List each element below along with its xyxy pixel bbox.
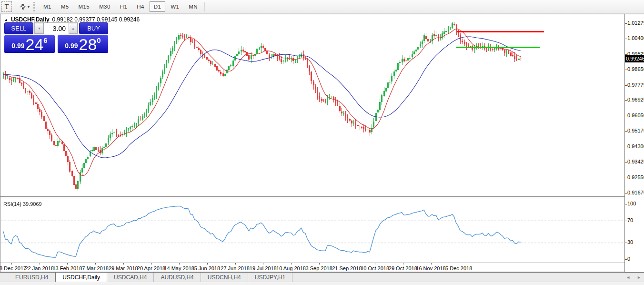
rsi-tick-mark bbox=[625, 204, 627, 204]
date-axis[interactable]: 28 Dec 201722 Jan 201813 Feb 20187 Mar 2… bbox=[0, 263, 624, 272]
lot-increase-button[interactable]: ▲ bbox=[69, 23, 78, 34]
date-tick-mark bbox=[179, 263, 180, 265]
toolbar-separator bbox=[204, 2, 205, 11]
buy-price-tile[interactable]: 0.99 28 0 bbox=[58, 35, 108, 53]
price-tick-mark bbox=[625, 70, 627, 70]
tab-scroll-left-icon[interactable]: ◄ bbox=[626, 275, 630, 280]
price-tick-label: 0.96925 bbox=[627, 97, 644, 102]
price-tick-label: 1.01275 bbox=[627, 20, 644, 26]
tab-eurusd-h4[interactable]: EURUSD,H4 bbox=[9, 273, 55, 282]
double-arrow-icon bbox=[19, 3, 27, 10]
price-tick-mark bbox=[625, 193, 627, 193]
tab-scroll-right-icon[interactable]: ► bbox=[637, 275, 641, 280]
tab-scroll-arrows: ◄ ► bbox=[626, 273, 641, 282]
chart-ohlc-values: 0.99182 0.99377 0.99145 0.99246 bbox=[52, 16, 140, 23]
date-tick-mark bbox=[123, 263, 124, 265]
price-tick-mark bbox=[625, 54, 627, 55]
price-tick-label: 0.94300 bbox=[627, 143, 644, 149]
rsi-scale-label: 0 bbox=[627, 256, 630, 262]
rsi-tick-mark bbox=[625, 243, 627, 243]
toolbar: T ▾ M1M5M15M30H1H4D1W1MN bbox=[0, 0, 644, 14]
price-tick-label: 0.97775 bbox=[627, 82, 644, 88]
price-tick-mark bbox=[625, 116, 627, 116]
text-tool-icon[interactable]: T bbox=[1, 1, 12, 12]
chart-title: ▲ USDCHF,Daily 0.99182 0.99377 0.99145 0… bbox=[4, 16, 140, 23]
rsi-indicator-label: RSI(14) 39.9069 bbox=[3, 201, 42, 207]
price-tick-label: 0.96050 bbox=[627, 112, 644, 118]
timeframe-m1[interactable]: M1 bbox=[39, 1, 56, 12]
price-tick-label: 0.95175 bbox=[627, 128, 644, 133]
date-tick-mark bbox=[207, 263, 208, 265]
rsi-scale-label: 30 bbox=[627, 239, 633, 245]
arrows-tool-icon[interactable]: ▾ bbox=[16, 1, 32, 12]
date-tick-mark bbox=[95, 263, 96, 265]
tab-usdchf-daily[interactable]: USDCHF,Daily bbox=[55, 273, 107, 282]
price-tick-mark bbox=[625, 85, 627, 86]
lot-size-input[interactable] bbox=[44, 23, 69, 34]
date-tick-mark bbox=[67, 263, 68, 265]
toolbar-separator bbox=[14, 2, 14, 11]
date-tick-mark bbox=[431, 263, 432, 265]
current-price-marker: 0.99246 bbox=[625, 55, 644, 62]
rsi-tick-mark bbox=[625, 259, 627, 260]
timeframe-h1[interactable]: H1 bbox=[116, 1, 132, 12]
dropdown-caret-icon: ▾ bbox=[28, 4, 30, 9]
rsi-indicator-canvas[interactable] bbox=[1, 199, 624, 263]
price-tick-mark bbox=[625, 147, 627, 147]
price-tick-mark bbox=[625, 39, 627, 39]
one-click-trading-panel: SELL ▼ ▲ BUY 0.99 24 6 0.99 28 0 bbox=[4, 22, 108, 53]
tab-usdcad-h4[interactable]: USDCAD,H4 bbox=[107, 273, 154, 282]
buy-button[interactable]: BUY bbox=[79, 22, 108, 34]
price-tick-label: 0.98650 bbox=[627, 66, 644, 72]
price-axis[interactable]: 1.012751.004000.995250.986500.977750.969… bbox=[624, 14, 644, 272]
date-tick-mark bbox=[235, 263, 236, 265]
date-tick-mark bbox=[291, 263, 292, 265]
timeframe-m5[interactable]: M5 bbox=[57, 1, 73, 12]
timeframe-m30[interactable]: M30 bbox=[95, 1, 115, 12]
price-tick-mark bbox=[625, 162, 627, 163]
sell-price-main: 24 bbox=[26, 36, 44, 52]
date-tick-mark bbox=[459, 263, 459, 265]
price-tick-mark bbox=[625, 178, 627, 178]
tab-usdjpy-h1[interactable]: USDJPY,H1 bbox=[248, 273, 292, 282]
date-tick-mark bbox=[151, 263, 152, 265]
price-tick-label: 1.00400 bbox=[627, 35, 644, 41]
date-tick-mark bbox=[11, 263, 12, 265]
date-tick-mark bbox=[403, 263, 403, 265]
lot-size-spinner: ▼ ▲ bbox=[34, 22, 78, 34]
chart-tab-bar: EURUSD,H4USDCHF,DailyUSDCAD,H4AUDUSD,H4U… bbox=[0, 272, 644, 282]
buy-price-prefix: 0.99 bbox=[65, 42, 78, 50]
chart-window: 28 Dec 201722 Jan 201813 Feb 20187 Mar 2… bbox=[0, 14, 644, 272]
date-tick-label: 5 Dec 2018 bbox=[437, 265, 480, 271]
timeframe-w1[interactable]: W1 bbox=[166, 1, 183, 12]
status-bar bbox=[0, 282, 644, 285]
timeframe-d1[interactable]: D1 bbox=[150, 1, 166, 12]
sell-price-pips: 6 bbox=[43, 36, 47, 44]
rsi-scale-label: 70 bbox=[627, 217, 633, 223]
chart-symbol-label: USDCHF,Daily bbox=[11, 16, 50, 23]
price-tick-label: 0.91675 bbox=[627, 190, 644, 195]
timeframe-mn[interactable]: MN bbox=[184, 1, 202, 12]
rsi-tick-mark bbox=[625, 221, 627, 221]
date-tick-mark bbox=[40, 263, 40, 265]
tab-audusd-h4[interactable]: AUDUSD,H4 bbox=[154, 273, 201, 282]
timeframe-m15[interactable]: M15 bbox=[74, 1, 94, 12]
timeframe-buttons: M1M5M15M30H1H4D1W1MN bbox=[39, 1, 202, 12]
price-tick-label: 0.93425 bbox=[627, 159, 644, 164]
lot-decrease-button[interactable]: ▼ bbox=[35, 23, 44, 34]
collapse-panel-icon[interactable]: ▲ bbox=[4, 18, 8, 22]
sell-button[interactable]: SELL bbox=[4, 22, 33, 34]
tab-usdcnh-h4[interactable]: USDCNH,H4 bbox=[201, 273, 248, 282]
timeframe-h4[interactable]: H4 bbox=[132, 1, 149, 12]
date-tick-mark bbox=[319, 263, 320, 265]
rsi-scale-label: 100 bbox=[627, 201, 636, 206]
sell-price-tile[interactable]: 0.99 24 6 bbox=[4, 35, 55, 53]
date-tick-mark bbox=[347, 263, 347, 265]
toolbar-grip[interactable] bbox=[33, 2, 36, 11]
date-tick-mark bbox=[375, 263, 375, 265]
buy-price-main: 28 bbox=[79, 36, 97, 52]
price-tick-mark bbox=[625, 131, 627, 132]
date-tick-mark bbox=[263, 263, 263, 265]
price-tick-mark bbox=[625, 23, 627, 24]
price-tick-label: 0.92550 bbox=[627, 174, 644, 180]
